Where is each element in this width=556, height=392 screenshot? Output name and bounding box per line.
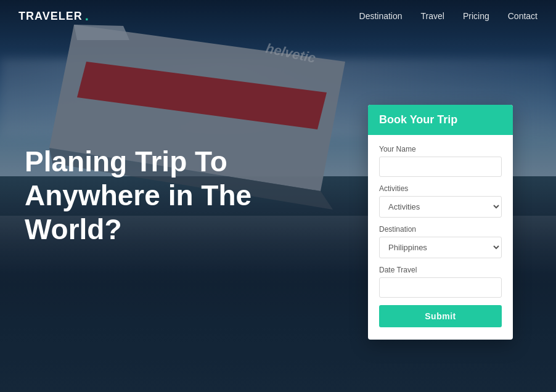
name-input[interactable]: [379, 157, 502, 177]
date-label: Date Travel: [379, 266, 502, 274]
activities-select[interactable]: Activities Adventure Beach Cultural Food…: [379, 196, 502, 218]
brand-dot: .: [85, 8, 89, 24]
brand-text: TRAVELER: [18, 10, 83, 23]
destination-label: Destination: [379, 225, 502, 234]
card-header: Book Your Trip: [368, 105, 513, 135]
hero-title: Planing Trip To Anywhere in The World?: [25, 145, 284, 247]
booking-card: Book Your Trip Your Name Activities Acti…: [368, 105, 513, 340]
submit-button[interactable]: Submit: [379, 305, 502, 327]
date-input[interactable]: [379, 277, 502, 298]
navbar: TRAVELER. Destination Travel Pricing Con…: [0, 0, 556, 32]
destination-group: Destination Philippines Japan Thailand F…: [379, 225, 502, 258]
nav-links: Destination Travel Pricing Contact: [359, 10, 538, 22]
activities-group: Activities Activities Adventure Beach Cu…: [379, 184, 502, 218]
nav-item-pricing[interactable]: Pricing: [463, 10, 489, 22]
destination-select[interactable]: Philippines Japan Thailand France Italy …: [379, 237, 502, 258]
hero-text-block: Planing Trip To Anywhere in The World?: [25, 145, 284, 247]
nav-item-destination[interactable]: Destination: [359, 10, 403, 22]
nav-item-contact[interactable]: Contact: [508, 10, 538, 22]
nav-link-pricing[interactable]: Pricing: [463, 11, 489, 21]
nav-link-travel[interactable]: Travel: [421, 11, 444, 21]
name-group: Your Name: [379, 145, 502, 177]
nav-link-contact[interactable]: Contact: [508, 11, 538, 21]
card-body: Your Name Activities Activities Adventur…: [368, 135, 513, 340]
activities-label: Activities: [379, 184, 502, 193]
brand: TRAVELER.: [18, 8, 89, 24]
date-group: Date Travel: [379, 266, 502, 298]
name-label: Your Name: [379, 145, 502, 153]
nav-link-destination[interactable]: Destination: [359, 11, 403, 21]
nav-item-travel[interactable]: Travel: [421, 10, 444, 22]
card-title: Book Your Trip: [379, 113, 502, 126]
